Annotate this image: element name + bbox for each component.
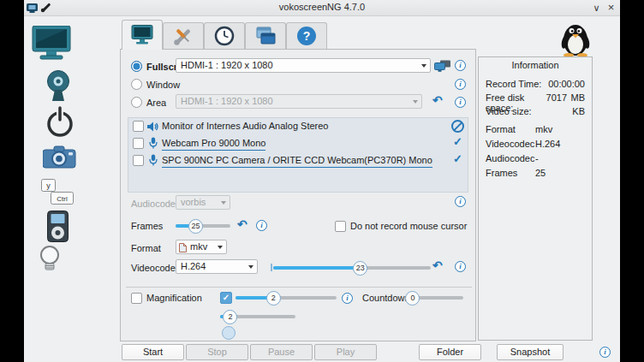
slider-tick [271, 264, 272, 271]
information-panel: Information Record Time: 00:00:00 Free d… [478, 56, 593, 341]
countdown-label: Countdown [362, 291, 410, 305]
info-frames-row: Frames 25 [486, 168, 585, 180]
svg-text:y: y [46, 181, 51, 190]
screen-tab-icon [131, 25, 153, 45]
audio-device-label: Webcam Pro 9000 Mono [162, 136, 265, 151]
magnification-size-slider[interactable]: 2 [220, 310, 295, 323]
hotkeys-icon: yCtrl [41, 179, 74, 205]
info-icon[interactable]: i [342, 293, 353, 304]
microphone-icon [149, 154, 158, 166]
media-player-icon [47, 211, 69, 242]
audiocodec-label: Audiocodec [131, 197, 181, 211]
videocodec-quality-handle[interactable]: 23 [353, 261, 367, 276]
main-panel: Fullscreen HDMI-1 : 1920 x 1080 i Window… [120, 49, 476, 341]
information-title: Information [479, 60, 592, 70]
folder-button[interactable]: Folder [419, 344, 481, 360]
tab-windows[interactable] [245, 22, 286, 49]
mouse-cursor-checkbox[interactable] [335, 221, 346, 232]
countdown-slider[interactable]: 0 [408, 291, 463, 305]
record-time-value: 00:00:00 [548, 79, 585, 91]
magnification-handle[interactable]: 2 [266, 291, 281, 306]
window-radio[interactable] [131, 79, 142, 90]
tab-timer[interactable] [204, 22, 245, 49]
titlebar: vokoscreenNG 4.7.0 ∨ × [24, 0, 620, 16]
window-label: Window [146, 78, 180, 92]
magnification-label: Magnification [146, 291, 202, 305]
monitors-button[interactable] [434, 60, 451, 72]
format-select[interactable]: mkv [176, 240, 227, 254]
svg-text:Ctrl: Ctrl [57, 195, 68, 203]
info-format-row: Format mkv [486, 124, 585, 136]
magnification-shape-checkbox[interactable]: ✓ [220, 292, 232, 304]
magnification-slider[interactable]: 2 [236, 291, 337, 305]
magnification-size-handle[interactable]: 2 [223, 310, 237, 324]
tux-penguin-image [555, 20, 596, 57]
audio-device-checkbox[interactable] [133, 155, 144, 166]
window-title: vokoscreenNG 4.7.0 [24, 2, 620, 12]
record-time-row: Record Time: 00:00:00 [486, 79, 585, 91]
tab-help[interactable]: ? [286, 22, 327, 49]
clock-tab-icon [214, 26, 235, 46]
countdown-handle[interactable]: 0 [405, 291, 420, 306]
snapshot-button[interactable]: Snapshot [497, 344, 564, 360]
check-icon: ✓ [453, 152, 462, 166]
info-icon[interactable]: i [455, 261, 466, 272]
fullscreen-select[interactable]: HDMI-1 : 1920 x 1080 [176, 58, 431, 73]
info-icon[interactable]: i [256, 220, 267, 231]
videocodec-select[interactable]: H.264 [176, 259, 258, 274]
pause-button[interactable]: Pause [250, 344, 313, 360]
lightbulb-icon [39, 245, 62, 274]
info-icon[interactable]: i [455, 60, 466, 71]
tab-tools[interactable] [163, 22, 204, 49]
tab-screen[interactable] [122, 20, 163, 50]
app-window: vokoscreenNG 4.7.0 ∨ × yCtrl ? [24, 0, 620, 362]
speaker-icon [147, 122, 158, 132]
audio-device-label: SPC 900NC PC Camera / ORITE CCD Webcam(P… [162, 153, 432, 168]
video-size-row: Video size: KB [486, 106, 585, 118]
info-audiocodec-row: Audiocodec - [486, 153, 585, 165]
info-audiocodec-value: - [535, 153, 539, 165]
area-label: Area [146, 96, 166, 110]
fullscreen-radio[interactable] [131, 61, 142, 72]
info-icon[interactable]: i [455, 79, 466, 90]
info-icon[interactable]: i [455, 196, 466, 207]
power-icon [44, 106, 76, 139]
magnification-shape-knob[interactable] [222, 326, 236, 340]
videocodec-quality-slider[interactable]: 23 [273, 261, 431, 275]
magnification-checkbox[interactable] [131, 293, 142, 304]
svg-text:?: ? [303, 29, 311, 43]
check-icon: ✓ [453, 135, 462, 149]
undo-icon[interactable]: ↶ [432, 93, 443, 107]
help-tab-icon: ? [296, 26, 317, 46]
windows-tab-icon [254, 26, 277, 46]
frames-slider[interactable]: 25 [176, 219, 230, 233]
webcam-icon [44, 70, 73, 102]
frames-slider-handle[interactable]: 25 [188, 219, 203, 234]
disk-space-value: 7017 [546, 92, 567, 104]
blocked-icon [451, 120, 464, 133]
camera-icon [43, 145, 76, 169]
audio-device-checkbox[interactable] [133, 138, 144, 149]
audio-device-checkbox[interactable] [133, 121, 144, 132]
area-select: HDMI-1 : 1920 x 1080 [176, 94, 422, 109]
area-radio[interactable] [131, 97, 142, 108]
audio-device-label: Monitor of Internes Audio Analog Stereo [162, 119, 328, 133]
format-label: Format [131, 241, 161, 255]
start-button[interactable]: Start [122, 344, 184, 360]
info-videocodec-value: H.264 [535, 139, 560, 151]
minimize-button[interactable]: ∨ [590, 1, 603, 15]
play-button[interactable]: Play [314, 344, 377, 360]
file-icon [179, 243, 187, 252]
undo-icon[interactable]: ↶ [237, 217, 247, 231]
close-button[interactable]: × [605, 1, 617, 15]
monitor-icon [32, 26, 71, 62]
info-icon[interactable]: i [455, 97, 466, 108]
info-icon[interactable]: i [599, 347, 611, 358]
stop-button[interactable]: Stop [186, 344, 248, 360]
info-videocodec-row: Videocodec H.264 [486, 139, 585, 151]
tools-tab-icon [173, 26, 194, 46]
disk-space-row: Free disk space: 7017 MB [486, 92, 585, 104]
info-frames-value: 25 [535, 168, 546, 180]
undo-icon[interactable]: ↶ [432, 258, 443, 272]
microphone-icon [149, 137, 158, 149]
